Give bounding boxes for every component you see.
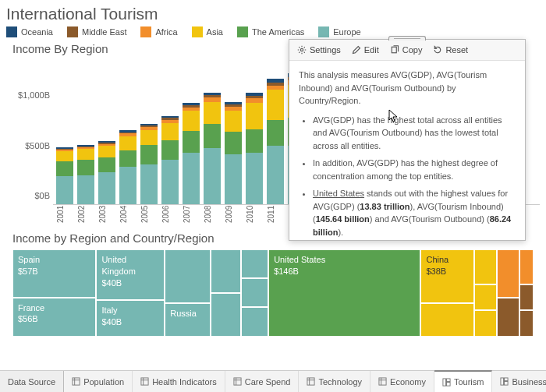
treemap-cell[interactable]: [474, 310, 497, 337]
treemap-chart[interactable]: Spain$57BFrance$56BUnited Kingdom$40BIta…: [12, 249, 534, 337]
legend-item[interactable]: Oceania: [6, 26, 53, 37]
sheet-tab[interactable]: Economy: [370, 371, 434, 392]
legend-swatch: [67, 26, 78, 37]
treemap-cell[interactable]: France$56B: [12, 298, 96, 337]
bar-segment[interactable]: [183, 131, 200, 153]
treemap-cell[interactable]: [211, 293, 241, 337]
treemap-cell[interactable]: [241, 249, 268, 278]
treemap-cell[interactable]: [420, 303, 473, 337]
bar-segment[interactable]: [204, 124, 221, 148]
bar-segment[interactable]: [56, 161, 73, 176]
bar-segment[interactable]: [204, 148, 221, 204]
bar-segment[interactable]: [225, 111, 242, 132]
legend-item[interactable]: Europe: [318, 26, 360, 37]
bar-segment[interactable]: [246, 153, 263, 204]
bar[interactable]: [77, 145, 94, 204]
edit-button[interactable]: Edit: [352, 45, 379, 55]
worksheet-icon: [233, 377, 242, 386]
bar-segment[interactable]: [119, 136, 136, 150]
bar-segment[interactable]: [98, 146, 115, 157]
treemap-cell[interactable]: [474, 249, 497, 284]
bar-segment[interactable]: [183, 111, 200, 131]
bar[interactable]: [225, 102, 242, 204]
legend-swatch: [6, 26, 17, 37]
legend-item[interactable]: Asia: [192, 26, 223, 37]
bar[interactable]: [183, 103, 200, 204]
bar-segment[interactable]: [183, 153, 200, 204]
bar-segment[interactable]: [161, 123, 179, 140]
bar-segment[interactable]: [246, 103, 263, 129]
bar[interactable]: [140, 124, 158, 204]
treemap-cell[interactable]: [241, 307, 268, 337]
treemap-cell[interactable]: [241, 278, 268, 307]
treemap-cell[interactable]: United States$146B: [268, 249, 420, 337]
bar-segment[interactable]: [246, 129, 263, 154]
bar-segment[interactable]: [267, 90, 284, 120]
bar[interactable]: [204, 93, 221, 204]
sheet-tab[interactable]: Health Indicators: [133, 371, 225, 392]
bar-segment[interactable]: [225, 132, 242, 154]
treemap-cell-value: $146B: [274, 266, 415, 277]
bar-segment[interactable]: [98, 157, 115, 172]
bar-segment[interactable]: [267, 146, 284, 204]
bar-segment[interactable]: [119, 150, 136, 168]
bar[interactable]: [246, 93, 263, 204]
treemap-cell[interactable]: [519, 310, 534, 337]
treemap-cell[interactable]: Spain$57B: [12, 249, 96, 298]
treemap-cell[interactable]: Italy$40B: [96, 300, 165, 337]
treemap-cell[interactable]: [474, 284, 497, 311]
bar-segment[interactable]: [119, 167, 136, 204]
treemap-cell-value: $40B: [101, 277, 159, 289]
popover-drag-handle[interactable]: [388, 36, 426, 41]
settings-button[interactable]: Settings: [297, 45, 341, 55]
bar-segment[interactable]: [56, 151, 73, 161]
reset-button[interactable]: Reset: [433, 45, 468, 55]
treemap-cell[interactable]: [497, 249, 519, 298]
treemap-cell[interactable]: [211, 249, 241, 293]
copy-button[interactable]: Copy: [390, 45, 423, 55]
bar-segment[interactable]: [161, 160, 179, 204]
sheet-tab[interactable]: Population: [64, 371, 133, 392]
svg-rect-21: [505, 378, 509, 381]
treemap-cell[interactable]: Russia: [165, 303, 211, 337]
sheet-tab[interactable]: Care Spend: [225, 371, 300, 392]
bar[interactable]: [98, 141, 115, 204]
treemap-cell-value: $56B: [18, 313, 90, 325]
x-tick-label: 2006: [161, 205, 179, 224]
treemap-cell[interactable]: [519, 284, 534, 311]
data-source-tab[interactable]: Data Source: [0, 371, 64, 392]
treemap-cell[interactable]: United Kingdom$40B: [96, 249, 165, 300]
bar-segment[interactable]: [98, 172, 115, 204]
bar-segment[interactable]: [56, 176, 73, 204]
bar-segment[interactable]: [225, 154, 242, 204]
insight-bullet: AVG(GDP) has the highest total across al…: [313, 114, 516, 153]
svg-rect-18: [446, 378, 450, 381]
bar-segment[interactable]: [77, 175, 94, 204]
treemap-cell-value: $38B: [426, 266, 468, 277]
bar[interactable]: [119, 130, 136, 204]
bar-segment[interactable]: [140, 130, 158, 145]
bar-segment[interactable]: [77, 149, 94, 160]
treemap-cell[interactable]: [165, 249, 211, 303]
bar-segment[interactable]: [204, 102, 221, 124]
bar[interactable]: [56, 147, 73, 204]
bar[interactable]: [267, 79, 284, 204]
sheet-tab[interactable]: Technology: [299, 371, 370, 392]
svg-rect-20: [501, 378, 504, 385]
bar-segment[interactable]: [267, 120, 284, 146]
bar-segment[interactable]: [140, 145, 158, 164]
legend-item[interactable]: Middle East: [67, 26, 126, 37]
dashboard-icon: [442, 378, 451, 387]
treemap-cell[interactable]: China$38B: [420, 249, 473, 303]
legend-item[interactable]: The Americas: [237, 26, 304, 37]
bar-segment[interactable]: [77, 160, 94, 175]
popover-intro-text: This analysis measures AVG(GDP), AVG(Tou…: [299, 69, 516, 108]
bar-segment[interactable]: [161, 140, 179, 161]
legend-item[interactable]: Africa: [140, 26, 177, 37]
bar-segment[interactable]: [140, 164, 158, 204]
bar[interactable]: [161, 116, 179, 204]
treemap-cell[interactable]: [519, 249, 534, 284]
sheet-tab[interactable]: Tourism: [434, 370, 493, 392]
treemap-cell[interactable]: [497, 298, 519, 337]
sheet-tab[interactable]: Business: [492, 371, 546, 392]
